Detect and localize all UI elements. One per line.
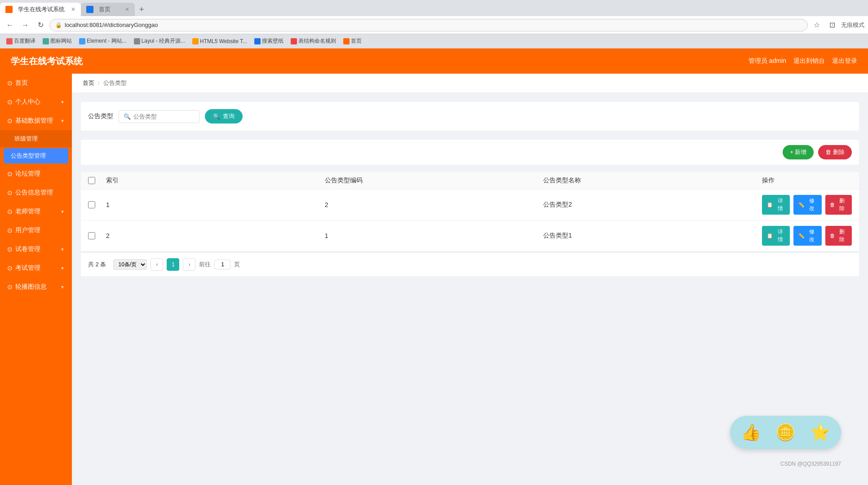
star-button[interactable]: ☆ [810,19,823,31]
row2-delete-button[interactable]: 🗑 删除 [825,226,852,246]
goto-page-input[interactable] [214,260,230,269]
sidebar-item-carousel[interactable]: ⊙ 轮播图信息 ▼ [0,278,72,296]
row1-delete-button[interactable]: 🗑 删除 [825,195,852,215]
exam-paper-icon: ⊙ [7,246,13,253]
page-size-select[interactable]: 10条/页 20条/页 50条/页 [113,259,147,270]
row2-detail-button[interactable]: 📋 详情 [762,226,790,246]
tab-label-1: 学生在线考试系统 [18,5,65,13]
bookmark-icon-baidu [6,38,13,44]
announce-info-icon: ⊙ [7,189,13,196]
filter-label: 公告类型 [88,112,113,120]
detail-icon-2: 📋 [766,233,773,239]
sidebar-item-class-mgmt[interactable]: 班级管理 [0,130,72,147]
teacher-icon: ⊙ [7,208,13,215]
header-action: 操作 [762,176,852,185]
search-icon: 🔍 [213,113,220,120]
browser-chrome: 学生在线考试系统 ✕ 首页 ✕ + ← → ↻ 🔒 localhost:8081… [0,0,868,48]
tab-favicon-1 [5,6,13,13]
personal-icon: ⊙ [7,98,13,106]
sidebar-label-exam: 考试管理 [15,264,58,272]
sidebar-item-personal[interactable]: ⊙ 个人中心 ▼ [0,93,72,111]
search-btn-label: 查询 [223,112,235,120]
tab-close-1[interactable]: ✕ [71,6,75,13]
row1-checkbox[interactable] [88,201,95,208]
signout-link[interactable]: 退出登录 [832,57,857,65]
sidebar-label-carousel: 轮播图信息 [15,283,58,291]
bookmark-wallpaper[interactable]: 搜索壁纸 [252,36,286,46]
table-header: 索引 公告类型编码 公告类型名称 操作 [81,172,859,190]
bookmark-icon-8 [343,38,350,44]
address-bar: ← → ↻ 🔒 localhost:8081/#/dictionaryGongg… [0,16,868,34]
breadcrumb-home[interactable]: 首页 [83,79,94,87]
sidebar-item-teacher[interactable]: ⊙ 老师管理 ▼ [0,202,72,221]
like-icon[interactable]: 👍 [741,423,761,442]
coin-icon[interactable]: 🪙 [775,423,796,442]
bookmark-element[interactable]: Element - 网站... [76,36,129,46]
bookmark-baidu[interactable]: 百度翻译 [4,36,38,46]
url-box[interactable]: 🔒 localhost:8081/#/dictionaryGonggao [49,19,808,31]
total-count: 共 2 条 [88,260,106,269]
tab-close-2[interactable]: ✕ [125,6,129,13]
sidebar-item-exam[interactable]: ⊙ 考试管理 ▼ [0,259,72,278]
header-checkbox-cell [88,176,106,185]
sidebar-item-user[interactable]: ⊙ 用户管理 [0,221,72,240]
exam-paper-arrow-icon: ▼ [60,247,65,252]
sidebar-item-announce-type[interactable]: 公告类型管理 [4,148,68,163]
search-input[interactable] [133,113,195,120]
refresh-button[interactable]: ↻ [34,19,47,31]
row1-detail-button[interactable]: 📋 详情 [762,195,790,215]
bookmark-homepage[interactable]: 首页 [341,36,364,46]
filter-input-wrapper: 🔍 [119,110,199,123]
new-tab-button[interactable]: + [135,3,149,16]
delete-icon-2: 🗑 [830,233,835,239]
page-unit: 页 [234,260,240,269]
bookmark-label-5: HTML5 Website T... [200,38,247,44]
select-all-checkbox[interactable] [88,177,95,184]
browser-tab-inactive[interactable]: 首页 ✕ [81,3,135,16]
tab-favicon-2 [86,6,93,13]
bookmark-layui[interactable]: Layui - 经典开源... [131,36,188,46]
teacher-arrow-icon: ▼ [60,209,65,214]
row1-index: 1 [106,201,325,208]
bookmark-table-naming[interactable]: 表结构命名规则 [288,36,339,46]
logout-link[interactable]: 退出到销台 [793,57,825,65]
sidebar-item-home[interactable]: ⊙ 首页 [0,74,72,93]
edit-icon: ✏️ [798,202,805,208]
back-button[interactable]: ← [4,19,16,31]
star-icon[interactable]: ⭐ [810,423,830,442]
current-page-button[interactable]: 1 [167,258,179,271]
sidebar-item-announce-info[interactable]: ⊙ 公告信息管理 [0,183,72,202]
sidebar-label-teacher: 老师管理 [15,207,58,216]
goto-label: 前往 [199,260,211,269]
browser-tabs: 学生在线考试系统 ✕ 首页 ✕ + [0,0,868,16]
bookmark-label-8: 首页 [351,37,362,45]
basic-data-arrow-icon: ▼ [60,119,65,123]
batch-delete-button[interactable]: 🗑 删除 [818,145,852,159]
bookmark-html5[interactable]: HTML5 Website T... [190,37,250,45]
exam-arrow-icon: ▼ [60,266,65,271]
data-table: 索引 公告类型编码 公告类型名称 操作 [81,172,859,251]
next-page-button[interactable]: › [183,258,195,271]
sidebar-item-forum[interactable]: ⊙ 论坛管理 [0,164,72,183]
float-widget: 👍 🪙 ⭐ [730,416,841,449]
bookmark-icon-site[interactable]: 图标网站 [40,36,75,46]
sidebar-item-basic-data[interactable]: ⊙ 基础数据管理 ▼ [0,111,72,130]
row2-checkbox[interactable] [88,232,95,239]
table-row: 2 1 公告类型1 📋 详情 [81,220,859,251]
forward-button[interactable]: → [19,19,31,31]
bookmark-label-7: 表结构命名规则 [298,37,336,45]
search-button[interactable]: 🔍 查询 [205,109,243,123]
extensions-button[interactable]: ⊡ [826,19,838,31]
incognito-label: 无痕模式 [841,21,864,29]
row2-edit-button[interactable]: ✏️ 修改 [793,226,821,246]
sidebar-item-exam-paper[interactable]: ⊙ 试卷管理 ▼ [0,240,72,259]
sidebar: ⊙ 首页 ⊙ 个人中心 ▼ ⊙ 基础数据管理 ▼ 班级管理 公告类型管理 ⊙ 论… [0,74,72,485]
row1-edit-button[interactable]: ✏️ 修改 [793,195,821,215]
bookmark-icon-6 [254,38,261,44]
new-button[interactable]: + 新增 [783,145,814,159]
browser-tab-active[interactable]: 学生在线考试系统 ✕ [0,3,81,16]
bookmark-icon-5 [192,38,199,44]
row2-checkbox-cell [88,232,106,239]
prev-page-button[interactable]: ‹ [151,258,163,271]
row1-checkbox-cell [88,201,106,208]
